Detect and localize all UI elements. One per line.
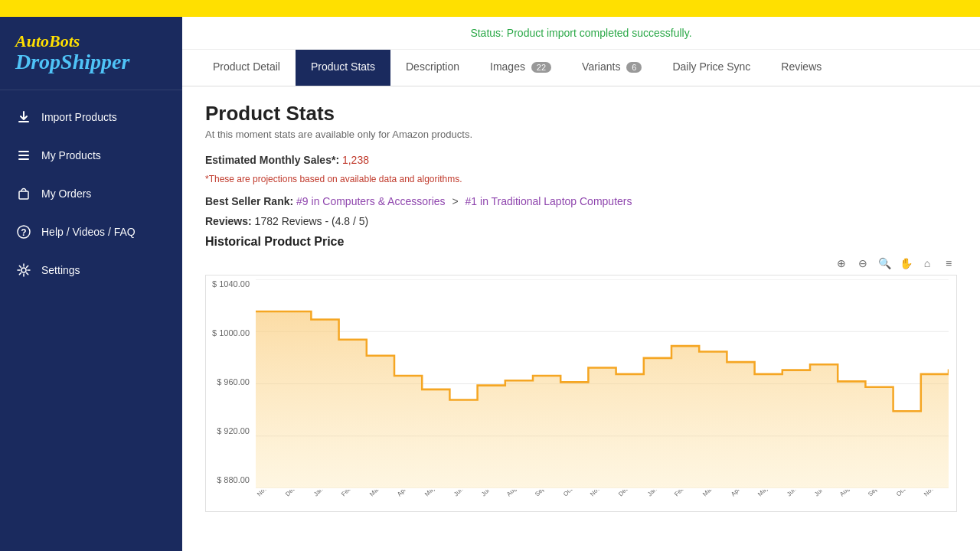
chart-svg <box>256 279 949 488</box>
sidebar-item-label: Settings <box>41 264 80 276</box>
question-icon: ? <box>15 223 32 240</box>
tab-images[interactable]: Images 22 <box>475 50 567 86</box>
x-label: Oct 2022 <box>895 490 917 497</box>
x-label: Aug 2021 <box>505 490 529 497</box>
bag-icon <box>15 185 32 202</box>
content-area: Product Stats At this moment stats are a… <box>182 86 980 551</box>
chart-area <box>256 279 949 488</box>
rank-arrow: > <box>452 195 458 207</box>
menu-button[interactable]: ≡ <box>940 255 957 272</box>
svg-point-7 <box>21 268 26 272</box>
logo-line2: DropShipper <box>15 51 167 74</box>
chart-wrapper: $ 1040.00 $ 1000.00 $ 960.00 $ 920.00 $ … <box>205 275 957 512</box>
x-label: Sep 2022 <box>867 490 890 497</box>
x-label: Dec 2021 <box>617 490 641 497</box>
images-badge: 22 <box>531 62 551 73</box>
chart-title: Historical Product Price <box>205 235 957 249</box>
tab-product-stats[interactable]: Product Stats <box>296 50 390 86</box>
sidebar-item-label: My Products <box>41 149 101 161</box>
sidebar-item-my-orders[interactable]: My Orders <box>0 174 182 213</box>
x-label: Jun 2022 <box>786 490 808 497</box>
pan-button[interactable]: ✋ <box>897 255 914 272</box>
x-label: Apr 2022 <box>730 490 752 497</box>
estimated-sales-label: Estimated Monthly Sales*: <box>205 154 339 166</box>
y-label-1: $ 880.00 <box>206 475 250 484</box>
y-label-3: $ 960.00 <box>206 377 250 386</box>
tab-reviews[interactable]: Reviews <box>766 50 837 86</box>
x-label: Nov 2022 <box>923 490 946 497</box>
svg-rect-2 <box>18 155 29 156</box>
x-label: Mar 2021 <box>368 490 391 497</box>
search-button[interactable]: 🔍 <box>876 255 893 272</box>
reviews-label: Reviews: <box>205 215 252 227</box>
x-label: Dec 2020 <box>284 490 308 497</box>
x-label: Jul 2021 <box>480 490 501 497</box>
svg-rect-0 <box>18 121 29 122</box>
gear-icon <box>15 262 32 279</box>
sidebar: AutoBots DropShipper Import Products My … <box>0 17 182 551</box>
variants-badge: 6 <box>626 62 642 73</box>
tab-variants[interactable]: Variants 6 <box>567 50 657 86</box>
x-label: May 2022 <box>756 490 780 497</box>
y-label-5: $ 1040.00 <box>206 279 250 289</box>
tab-daily-price-sync[interactable]: Daily Price Sync <box>657 50 766 86</box>
x-axis: Nov 2020 Dec 2020 Jan 2021 Feb 2021 Mar … <box>256 490 949 511</box>
top-yellow-bar <box>0 0 980 17</box>
svg-rect-3 <box>18 158 29 160</box>
svg-text:?: ? <box>21 227 26 238</box>
download-icon <box>15 109 32 126</box>
logo-line1: AutoBots <box>15 32 167 51</box>
estimated-sales-row: Estimated Monthly Sales*: 1,238 <box>205 154 957 166</box>
best-seller-label: Best Seller Rank: <box>205 195 293 207</box>
svg-rect-4 <box>19 191 28 199</box>
chart-toolbar: ⊕ ⊖ 🔍 ✋ ⌂ ≡ <box>205 255 957 272</box>
status-message: Status: Product import completed success… <box>470 27 691 39</box>
x-label: Nov 2021 <box>589 490 612 497</box>
x-label: Jan 2022 <box>646 490 669 497</box>
sales-note: *These are projections based on availabl… <box>205 174 957 184</box>
sidebar-item-settings[interactable]: Settings <box>0 251 182 289</box>
tab-description[interactable]: Description <box>390 50 475 86</box>
x-label: Oct 2021 <box>562 490 584 497</box>
sidebar-item-label: My Orders <box>41 187 91 200</box>
x-label: Jul 2022 <box>813 490 835 497</box>
rank-link-1[interactable]: #9 in Computers & Accessories <box>296 195 446 207</box>
svg-rect-1 <box>18 151 29 152</box>
x-label: Jun 2021 <box>452 490 475 497</box>
logo-area: AutoBots DropShipper <box>0 24 182 90</box>
best-seller-rank-row: Best Seller Rank: #9 in Computers & Acce… <box>205 195 957 207</box>
tab-product-detail[interactable]: Product Detail <box>198 50 296 86</box>
chart-section: Historical Product Price ⊕ ⊖ 🔍 ✋ ⌂ ≡ $ 1… <box>205 235 957 512</box>
reviews-value: 1782 Reviews - (4.8 / 5) <box>255 215 369 227</box>
x-label: Sep 2021 <box>534 490 557 497</box>
sidebar-item-label: Help / Videos / FAQ <box>41 226 136 238</box>
main-content: Status: Product import completed success… <box>182 17 980 551</box>
list-icon <box>15 147 32 164</box>
x-label: Apr 2021 <box>396 490 418 497</box>
rank-link-2[interactable]: #1 in Traditional Laptop Computers <box>466 195 632 207</box>
zoom-out-button[interactable]: ⊖ <box>854 255 871 272</box>
x-label: Mar 2022 <box>701 490 724 497</box>
zoom-in-button[interactable]: ⊕ <box>833 255 850 272</box>
x-label: May 2021 <box>423 490 447 497</box>
sidebar-item-my-products[interactable]: My Products <box>0 136 182 174</box>
home-button[interactable]: ⌂ <box>919 255 936 272</box>
tabs-bar: Product Detail Product Stats Description… <box>182 50 980 86</box>
sidebar-item-import-products[interactable]: Import Products <box>0 98 182 136</box>
sidebar-item-label: Import Products <box>41 111 117 123</box>
y-label-2: $ 920.00 <box>206 426 250 435</box>
page-subtitle: At this moment stats are available only … <box>205 129 957 140</box>
y-label-4: $ 1000.00 <box>206 328 250 337</box>
reviews-row: Reviews: 1782 Reviews - (4.8 / 5) <box>205 215 957 227</box>
page-title: Product Stats <box>205 102 957 126</box>
x-label: Nov 2020 <box>256 490 279 497</box>
estimated-sales-value: 1,238 <box>342 154 369 166</box>
y-axis: $ 1040.00 $ 1000.00 $ 960.00 $ 920.00 $ … <box>206 276 256 488</box>
x-label: Feb 2021 <box>340 490 363 497</box>
status-bar: Status: Product import completed success… <box>182 17 980 50</box>
x-label: Jan 2021 <box>312 490 335 497</box>
sidebar-item-help[interactable]: ? Help / Videos / FAQ <box>0 213 182 251</box>
x-label: Aug 2022 <box>838 490 862 497</box>
x-label: Feb 2022 <box>673 490 696 497</box>
